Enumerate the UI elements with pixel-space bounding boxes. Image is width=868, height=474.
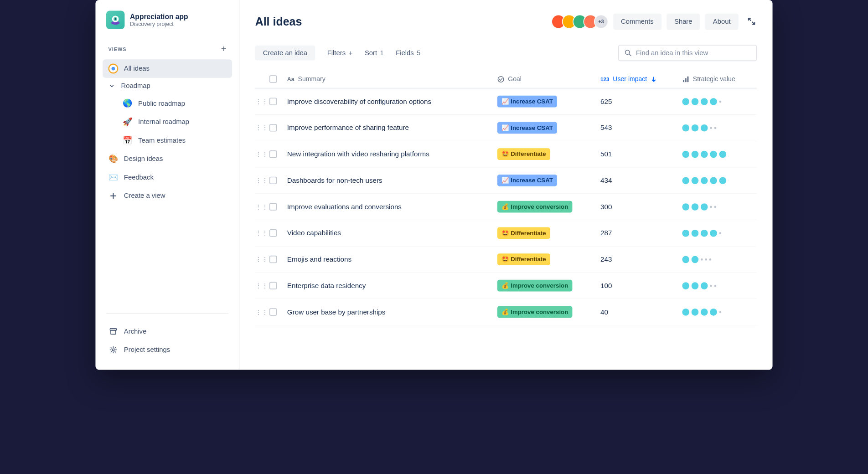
search-icon	[625, 49, 632, 57]
strategic-value-dots	[682, 203, 757, 211]
row-checkbox[interactable]	[269, 98, 277, 105]
sidebar-item-label: Public roadmap	[138, 99, 185, 107]
goal-tag[interactable]: 💰 Improve conversion	[497, 201, 573, 213]
dot-filled	[682, 150, 689, 158]
drag-handle-icon[interactable]: ⋮⋮	[255, 229, 268, 237]
row-checkbox[interactable]	[269, 229, 277, 237]
table-row[interactable]: ⋮⋮Improve discoverability of configurati…	[255, 88, 757, 115]
row-checkbox[interactable]	[269, 308, 277, 315]
sidebar-item-project-settings[interactable]: Project settings	[103, 340, 232, 359]
select-all-checkbox[interactable]	[269, 75, 277, 82]
sidebar-item-create-view[interactable]: Create a view	[103, 187, 232, 206]
table-row[interactable]: ⋮⋮Improve performance of sharing feature…	[255, 115, 757, 141]
sidebar-item-internal-roadmap[interactable]: 🚀 Internal roadmap	[103, 113, 232, 131]
row-checkbox[interactable]	[269, 177, 277, 184]
dot-empty	[705, 258, 707, 261]
strategic-value-dots	[682, 124, 757, 132]
dot-filled	[710, 98, 717, 105]
sidebar-item-public-roadmap[interactable]: 🌎 Public roadmap	[103, 94, 232, 113]
archive-icon	[108, 326, 119, 336]
strategic-value-dots	[682, 177, 757, 184]
add-view-button[interactable]: +	[221, 43, 227, 54]
fields-button[interactable]: Fields 5	[396, 46, 420, 61]
comments-button[interactable]: Comments	[613, 14, 661, 30]
sort-button[interactable]: Sort 1	[365, 46, 384, 61]
strategic-value-dots	[682, 150, 757, 158]
share-button[interactable]: Share	[666, 14, 700, 30]
user-impact-value: 434	[600, 176, 682, 185]
goal-tag[interactable]: 📈 Increase CSAT	[497, 96, 557, 108]
sidebar-item-team-estimates[interactable]: 📅 Team estimates	[103, 131, 232, 150]
dot-empty	[719, 232, 722, 234]
goal-tag[interactable]: 💰 Improve conversion	[497, 280, 573, 292]
strategic-value-dots	[682, 229, 757, 237]
row-summary: Video capabilities	[287, 229, 497, 237]
filters-button[interactable]: Filters +	[327, 45, 353, 61]
dot-filled	[682, 124, 689, 132]
sidebar-item-feedback[interactable]: ✉️ Feedback	[103, 168, 232, 187]
column-strategic-value[interactable]: Strategic value	[682, 75, 757, 82]
dot-filled	[682, 177, 689, 184]
goal-tag[interactable]: 🤩 Differentiate	[497, 148, 550, 160]
drag-handle-icon[interactable]: ⋮⋮	[255, 124, 268, 132]
row-summary: New integration with video resharing pla…	[287, 150, 497, 158]
table-row[interactable]: ⋮⋮Improve evaluations and conversions💰 I…	[255, 194, 757, 220]
user-impact-value: 300	[600, 203, 682, 211]
topbar: All ideas +3 Comments Share About	[255, 14, 757, 30]
envelope-icon: ✉️	[108, 172, 119, 182]
dot-filled	[701, 124, 708, 132]
chevron-down-icon	[108, 82, 116, 90]
dot-filled	[692, 98, 699, 105]
search-input[interactable]	[636, 49, 750, 57]
goal-tag[interactable]: 🤩 Differentiate	[497, 227, 550, 239]
drag-handle-icon[interactable]: ⋮⋮	[255, 282, 268, 289]
goal-tag[interactable]: 🤩 Differentiate	[497, 253, 550, 265]
sidebar-item-roadmap[interactable]: Roadmap	[103, 78, 232, 94]
table-row[interactable]: ⋮⋮New integration with video resharing p…	[255, 141, 757, 168]
row-checkbox[interactable]	[269, 282, 277, 289]
drag-handle-icon[interactable]: ⋮⋮	[255, 98, 268, 105]
avatar-stack[interactable]: +3	[551, 15, 608, 29]
sidebar-item-archive[interactable]: Archive	[103, 322, 232, 341]
topbar-actions: +3 Comments Share About	[551, 14, 757, 30]
about-button[interactable]: About	[705, 14, 739, 30]
table-row[interactable]: ⋮⋮Video capabilities🤩 Differentiate287	[255, 220, 757, 247]
calendar-icon: 📅	[123, 135, 133, 145]
palette-icon: 🎨	[108, 154, 119, 164]
column-summary[interactable]: Aa Summary	[287, 75, 497, 82]
user-impact-value: 501	[600, 150, 682, 158]
goal-tag[interactable]: 💰 Improve conversion	[497, 306, 573, 318]
sidebar-item-label: Archive	[124, 327, 146, 335]
row-checkbox[interactable]	[269, 203, 277, 210]
create-idea-button[interactable]: Create an idea	[255, 46, 315, 61]
drag-handle-icon[interactable]: ⋮⋮	[255, 309, 268, 316]
dot-filled	[682, 256, 689, 263]
column-user-impact[interactable]: 123 User impact	[600, 75, 682, 82]
sidebar-item-all-ideas[interactable]: All ideas	[103, 59, 232, 78]
drag-handle-icon[interactable]: ⋮⋮	[255, 177, 268, 184]
avatar-more[interactable]: +3	[594, 15, 608, 29]
row-checkbox[interactable]	[269, 256, 277, 263]
sidebar-item-design-ideas[interactable]: 🎨 Design ideas	[103, 149, 232, 168]
dot-filled	[692, 282, 699, 289]
drag-handle-icon[interactable]: ⋮⋮	[255, 150, 268, 158]
drag-handle-icon[interactable]: ⋮⋮	[255, 203, 268, 211]
project-header[interactable]: Appreciation app Discovery project	[103, 10, 232, 29]
row-checkbox[interactable]	[269, 150, 277, 158]
dot-empty	[719, 311, 722, 313]
column-goal[interactable]: Goal	[497, 75, 600, 82]
table-row[interactable]: ⋮⋮Grow user base by partnerships💰 Improv…	[255, 299, 757, 325]
dot-filled	[701, 203, 708, 211]
row-checkbox[interactable]	[269, 124, 277, 131]
drag-handle-icon[interactable]: ⋮⋮	[255, 256, 268, 263]
search-box[interactable]	[618, 45, 757, 61]
user-impact-value: 40	[600, 308, 682, 316]
goal-tag[interactable]: 📈 Increase CSAT	[497, 122, 557, 134]
expand-icon[interactable]	[747, 17, 757, 27]
table-row[interactable]: ⋮⋮Emojis and reactions🤩 Differentiate243	[255, 247, 757, 273]
goal-tag[interactable]: 📈 Increase CSAT	[497, 175, 557, 186]
fields-count: 5	[417, 49, 420, 57]
table-row[interactable]: ⋮⋮Enterprise data residency💰 Improve con…	[255, 273, 757, 299]
main-content: All ideas +3 Comments Share About Create…	[239, 0, 772, 370]
table-row[interactable]: ⋮⋮Dashboards for non-tech users📈 Increas…	[255, 167, 757, 194]
